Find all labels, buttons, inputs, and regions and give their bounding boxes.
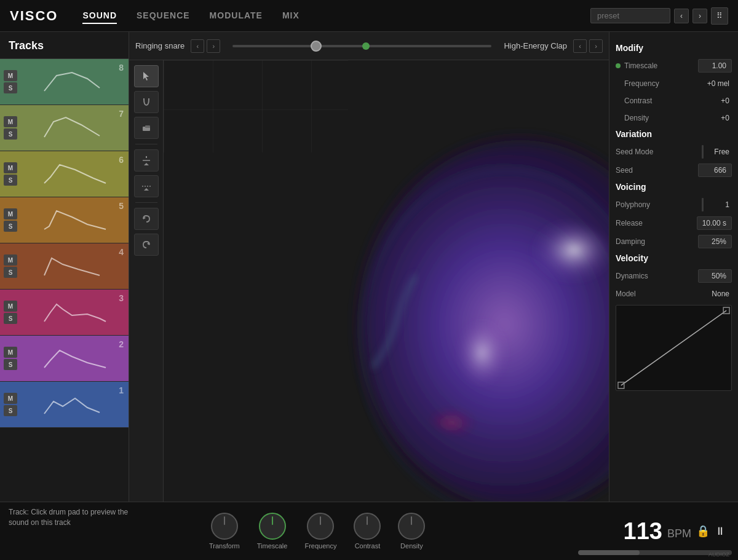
bpm-lock-button[interactable]: 🔒: [696, 524, 710, 538]
morph-dot: [362, 42, 370, 50]
track-1-mute-button[interactable]: M: [4, 393, 17, 404]
track-8-solo-button[interactable]: S: [4, 82, 17, 93]
track-2-waveform: [21, 336, 129, 381]
preset-next-button[interactable]: ›: [692, 9, 707, 23]
polyphony-label: Polyphony: [616, 200, 698, 209]
track-3-solo-button[interactable]: S: [4, 313, 17, 324]
tab-mix[interactable]: MIX: [282, 8, 300, 24]
tracks-label: Tracks: [0, 32, 129, 59]
track-5-solo-button[interactable]: S: [4, 221, 17, 232]
center-panel: Ringing snare ‹ › High-Energy Clap ‹ ›: [129, 32, 609, 502]
track-1-solo-button[interactable]: S: [4, 405, 17, 416]
bpm-number[interactable]: 113: [624, 518, 662, 545]
transform-knob[interactable]: [211, 513, 238, 540]
damping-label: Damping: [616, 237, 694, 246]
svg-marker-6: [144, 163, 149, 165]
sound1-next-button[interactable]: ›: [207, 39, 220, 53]
track-item-5[interactable]: M S 5: [0, 197, 129, 243]
seed-mode-value[interactable]: Free: [707, 146, 732, 158]
track-item-8[interactable]: M S 8: [0, 59, 129, 105]
viz-canvas[interactable]: [164, 60, 609, 502]
track-1-buttons: M S: [0, 390, 21, 419]
timescale-knob[interactable]: [259, 513, 286, 540]
tab-sequence[interactable]: SEQUENCE: [137, 8, 190, 24]
track-2-solo-button[interactable]: S: [4, 359, 17, 370]
frequency-value[interactable]: +0 mel: [705, 77, 732, 90]
frequency-knob[interactable]: [307, 513, 334, 540]
dynamics-value[interactable]: 50%: [698, 269, 732, 283]
undo-button[interactable]: [134, 208, 159, 230]
sound2-next-button[interactable]: ›: [589, 39, 603, 53]
trim-tool-button[interactable]: [134, 175, 159, 197]
track-5-buttons: M S: [0, 206, 21, 234]
sound1-prev-button[interactable]: ‹: [191, 39, 204, 53]
track-item-6[interactable]: M S 6: [0, 151, 129, 197]
preset-prev-button[interactable]: ‹: [674, 9, 689, 23]
release-value[interactable]: 10.00 s: [697, 216, 732, 230]
dynamics-row: Dynamics 50%: [616, 269, 732, 283]
nav-tabs: SOUND SEQUENCE MODULATE MIX: [82, 8, 590, 24]
damping-value[interactable]: 25%: [698, 235, 732, 248]
model-value[interactable]: None: [707, 288, 732, 300]
frequency-knob-label: Frequency: [304, 542, 336, 550]
velocity-graph[interactable]: [616, 305, 732, 391]
track-8-waveform: [21, 59, 129, 105]
contrast-knob-label: Contrast: [355, 542, 381, 550]
magnet-tool-button[interactable]: [134, 91, 159, 113]
morph-slider-area[interactable]: [226, 45, 498, 47]
track-3-mute-button[interactable]: M: [4, 301, 17, 312]
dynamics-label: Dynamics: [616, 272, 694, 280]
redo-button[interactable]: [134, 234, 159, 256]
seed-row: Seed 666: [616, 164, 732, 177]
density-value[interactable]: +0: [707, 112, 732, 124]
preset-area: ‹ › ⠿: [590, 7, 728, 25]
track-2-mute-button[interactable]: M: [4, 347, 17, 358]
logo: VISCO: [10, 8, 58, 24]
track-8-number: 8: [119, 63, 124, 73]
track-item-3[interactable]: M S 3: [0, 290, 129, 336]
track-7-solo-button[interactable]: S: [4, 128, 17, 140]
sound2-prev-button[interactable]: ‹: [573, 39, 587, 53]
cursor-tool-button[interactable]: [134, 65, 159, 87]
track-8-mute-button[interactable]: M: [4, 70, 17, 81]
svg-point-14: [502, 220, 609, 306]
menu-dots-button[interactable]: ⠿: [711, 7, 728, 25]
track-6-solo-button[interactable]: S: [4, 175, 17, 186]
track-item-1[interactable]: M S 1: [0, 382, 129, 428]
morph-thumb[interactable]: [311, 41, 322, 52]
bpm-pause-button[interactable]: ⏸: [715, 525, 726, 538]
frequency-label: Frequency: [624, 79, 701, 88]
seed-value[interactable]: 666: [698, 164, 732, 177]
track-item-2[interactable]: M S 2: [0, 336, 129, 382]
contrast-value[interactable]: +0: [707, 95, 732, 107]
track-item-4[interactable]: M S 4: [0, 243, 129, 290]
contrast-knob[interactable]: [354, 513, 381, 540]
track-5-mute-button[interactable]: M: [4, 208, 17, 219]
tool-sidebar: [129, 60, 164, 502]
track-4-mute-button[interactable]: M: [4, 254, 17, 266]
preset-input[interactable]: [590, 8, 670, 23]
tab-sound[interactable]: SOUND: [82, 8, 117, 24]
contrast-knob-item: Contrast: [354, 513, 381, 550]
track-item-7[interactable]: M S 7: [0, 105, 129, 151]
timescale-value[interactable]: 1.00: [698, 59, 732, 73]
track-4-solo-button[interactable]: S: [4, 267, 17, 278]
eraser-tool-button[interactable]: [134, 117, 159, 139]
track-4-waveform: [21, 243, 129, 289]
sound-header: Ringing snare ‹ › High-Energy Clap ‹ ›: [129, 32, 609, 60]
track-6-mute-button[interactable]: M: [4, 162, 17, 173]
tab-modulate[interactable]: MODULATE: [210, 8, 263, 24]
polyphony-value[interactable]: 1: [707, 199, 732, 211]
audioz-label: AUDIOZ: [708, 551, 729, 558]
density-knob[interactable]: [398, 513, 425, 540]
status-line2: sound on this track: [9, 518, 71, 527]
sound1-nav: ‹ ›: [191, 39, 220, 53]
track-7-mute-button[interactable]: M: [4, 116, 17, 127]
morph-track[interactable]: [232, 45, 491, 47]
snap-tool-button[interactable]: [134, 149, 159, 172]
density-knob-indicator: [411, 516, 412, 525]
right-panel: Modify Timescale 1.00 Frequency +0 mel C…: [609, 32, 738, 502]
track-3-waveform: [21, 290, 129, 335]
track-8-buttons: M S: [0, 68, 21, 96]
playback-progress-fill: [578, 550, 640, 555]
